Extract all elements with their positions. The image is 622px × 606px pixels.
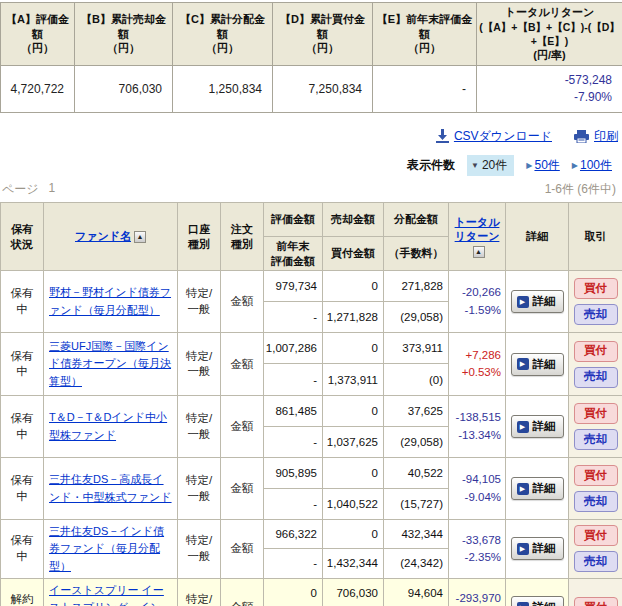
summary-header-cumulative-distribution: 【C】累計分配金額（円） <box>173 3 273 66</box>
result-range: 1-6件 (6件中) <box>545 181 616 198</box>
buy-button[interactable]: 買付 <box>574 465 618 486</box>
display-count-label: 表示件数 <box>407 157 455 174</box>
valuation-amount: 861,485 <box>264 396 323 427</box>
prev-year-valuation: - <box>264 364 323 396</box>
account-type: 特定/一般 <box>178 578 221 606</box>
holding-status: 保有中 <box>1 271 44 333</box>
summary-header-cumulative-sell: 【B】累計売却金額（円） <box>75 3 173 66</box>
print-link[interactable]: 印刷 <box>594 128 618 145</box>
sort-icon[interactable]: ▲ <box>473 246 485 258</box>
fund-name-link[interactable]: T＆D－T＆Dインド中小型株ファンド <box>49 411 167 440</box>
sell-button[interactable]: 売却 <box>574 367 618 388</box>
detail-button[interactable]: ▶詳細 <box>511 290 564 313</box>
col-header-sell: 売却金額 <box>323 203 384 237</box>
order-type: 金額 <box>221 578 264 606</box>
buy-button[interactable]: 買付 <box>574 403 618 424</box>
sell-button[interactable]: 売却 <box>574 551 618 572</box>
print-icon <box>574 130 589 143</box>
detail-button[interactable]: ▶詳細 <box>511 537 564 560</box>
detail-button[interactable]: ▶詳細 <box>511 477 564 500</box>
prev-year-valuation: - <box>264 548 323 578</box>
fund-name-link[interactable]: 三菱UFJ国際－国際インド債券オープン（毎月決算型） <box>49 340 171 387</box>
total-return-amount: -573,248 <box>477 72 612 89</box>
sell-button[interactable]: 売却 <box>574 491 618 512</box>
buy-button[interactable]: 買付 <box>574 341 618 362</box>
col-header-detail: 詳細 <box>506 203 569 271</box>
summary-cumulative-sell-value: 706,030 <box>75 66 173 113</box>
fund-name-link[interactable]: 野村－野村インド債券ファンド（毎月分配型） <box>49 286 171 315</box>
table-row: 保有中 野村－野村インド債券ファンド（毎月分配型） 特定/一般 金額 979,7… <box>1 271 622 302</box>
fund-name-link[interactable]: 三井住友DS－高成長インド・中型株式ファンド <box>49 473 172 502</box>
col-header-valuation: 評価金額 <box>264 203 323 237</box>
fund-name-cell: 三井住友DS－高成長インド・中型株式ファンド <box>44 458 178 520</box>
prev-year-valuation: - <box>264 489 323 520</box>
holding-status: 保有中 <box>1 458 44 520</box>
fee-amount: (24,342) <box>384 548 449 578</box>
col-header-trade: 取引 <box>569 203 622 271</box>
trade-cell: 買付 <box>569 578 622 606</box>
detail-button[interactable]: ▶詳細 <box>511 415 564 438</box>
col-header-buy: 買付金額 <box>323 237 384 271</box>
trade-cell: 買付売却 <box>569 520 622 579</box>
summary-header-total-return: トータルリターン(【A】+【B】+【C】)-(【D】+【E】)(円/率) <box>477 3 622 66</box>
summary-total-return-value: -573,248 -7.90% <box>477 66 622 113</box>
trade-cell: 買付売却 <box>569 333 622 396</box>
distribution-amount: 94,604 <box>384 578 449 606</box>
col-header-distribution: 分配金額 <box>384 203 449 237</box>
fund-name-link[interactable]: 三井住友DS－インド債券ファンド（毎月分配型） <box>49 525 164 572</box>
buy-button[interactable]: 買付 <box>574 597 618 606</box>
table-row: 保有中 T＆D－T＆Dインド中小型株ファンド 特定/一般 金額 861,485 … <box>1 396 622 427</box>
col-header-order: 注文種別 <box>221 203 264 271</box>
account-type: 特定/一般 <box>178 333 221 396</box>
sell-button[interactable]: 売却 <box>574 304 618 325</box>
summary-table: 【A】評価金額（円） 【B】累計売却金額（円） 【C】累計分配金額（円） 【D】… <box>0 2 622 113</box>
fund-name-cell: T＆D－T＆Dインド中小型株ファンド <box>44 396 178 458</box>
triangle-down-icon: ▼ <box>471 161 479 170</box>
sell-amount: 0 <box>323 333 384 364</box>
distribution-amount: 40,522 <box>384 458 449 489</box>
col-header-total-return: トータルリターン▲ <box>449 203 506 271</box>
display-count-100[interactable]: ▶100件 <box>572 157 612 174</box>
table-row: 保有中 三井住友DS－高成長インド・中型株式ファンド 特定/一般 金額 905,… <box>1 458 622 489</box>
col-header-fund: ファンド名▲ <box>44 203 178 271</box>
distribution-amount: 271,828 <box>384 271 449 302</box>
detail-button[interactable]: ▶詳細 <box>511 353 564 376</box>
distribution-amount: 432,344 <box>384 520 449 549</box>
summary-valuation-value: 4,720,722 <box>1 66 75 113</box>
buy-button[interactable]: 買付 <box>574 278 618 299</box>
detail-button[interactable]: ▶詳細 <box>511 596 564 606</box>
buy-amount: 1,432,344 <box>323 548 384 578</box>
triangle-right-icon: ▶ <box>572 161 578 170</box>
account-type: 特定/一般 <box>178 458 221 520</box>
sell-amount: 0 <box>323 396 384 427</box>
fee-amount: (29,058) <box>384 302 449 333</box>
return-sort-link[interactable]: トータルリターン <box>451 215 503 244</box>
buy-amount: 1,037,625 <box>323 427 384 458</box>
detail-cell: ▶詳細 <box>506 333 569 396</box>
buy-button[interactable]: 買付 <box>574 525 618 546</box>
table-row: 保有中 三菱UFJ国際－国際インド債券オープン（毎月決算型） 特定/一般 金額 … <box>1 333 622 364</box>
csv-download-link[interactable]: CSVダウンロード <box>454 128 552 145</box>
fund-name-link[interactable]: イーストスプリー イーストスプリング・インド消費関連ファンド <box>49 584 164 606</box>
sort-icon[interactable]: ▲ <box>134 231 146 243</box>
fund-sort-link[interactable]: ファンド名 <box>75 230 131 242</box>
col-header-prev-valuation: 前年末評価金額 <box>264 237 323 271</box>
order-type: 金額 <box>221 458 264 520</box>
detail-cell: ▶詳細 <box>506 520 569 579</box>
holding-status: 解約済 <box>1 578 44 606</box>
total-return-cell: +7,286+0.53% <box>449 333 506 396</box>
order-type: 金額 <box>221 271 264 333</box>
detail-arrow-icon: ▶ <box>517 358 529 370</box>
table-row: 解約済 イーストスプリー イーストスプリング・インド消費関連ファンド 特定/一般… <box>1 578 622 606</box>
sell-button[interactable]: 売却 <box>574 429 618 450</box>
toolbar: CSVダウンロード 印刷 <box>0 127 618 145</box>
holding-status: 保有中 <box>1 520 44 579</box>
col-header-account: 口座種別 <box>178 203 221 271</box>
total-return-cell: -138,515-13.34% <box>449 396 506 458</box>
display-count-20[interactable]: ▼20件 <box>467 155 514 176</box>
summary-cumulative-distribution-value: 1,250,834 <box>173 66 273 113</box>
display-count-50[interactable]: ▶50件 <box>526 157 560 174</box>
valuation-amount: 1,007,286 <box>264 333 323 364</box>
fund-name-cell: 三菱UFJ国際－国際インド債券オープン（毎月決算型） <box>44 333 178 396</box>
order-type: 金額 <box>221 333 264 396</box>
